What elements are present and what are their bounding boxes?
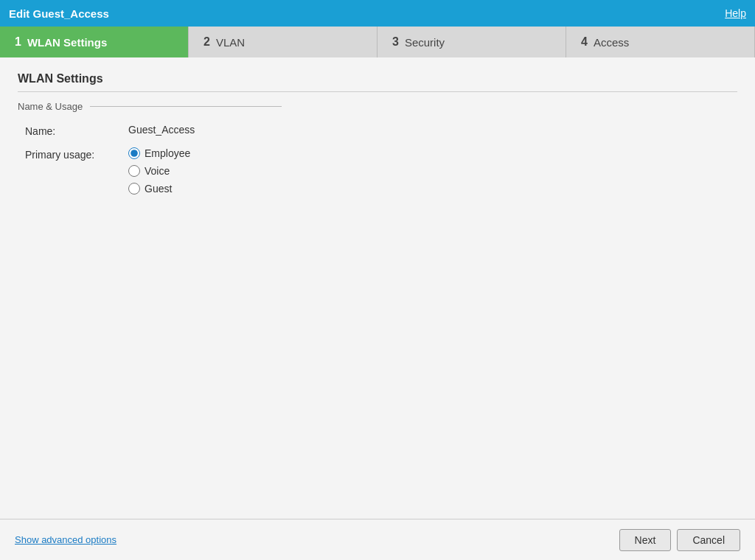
primary-usage-row: Primary usage: Employee Voice Guest [18,147,737,195]
cancel-button[interactable]: Cancel [677,529,740,551]
dialog-title: Edit Guest_Access [9,7,109,20]
group-label-text: Name & Usage [18,101,83,112]
step-3-num: 3 [392,35,399,49]
tab-security[interactable]: 3 Security [378,27,566,57]
footer: Show advanced options Next Cancel [0,519,755,560]
tab-vlan[interactable]: 2 VLAN [189,27,378,57]
step-2-num: 2 [203,35,210,49]
name-value: Guest_Access [128,124,195,136]
primary-usage-label: Primary usage: [25,147,128,161]
main-content: WLAN Settings Name & Usage Name: Guest_A… [0,57,755,519]
help-link[interactable]: Help [725,7,746,19]
step-tabs: 1 WLAN Settings 2 VLAN 3 Security 4 Acce… [0,27,755,57]
group-label-name-usage: Name & Usage [18,101,737,112]
radio-item-guest[interactable]: Guest [128,183,190,195]
name-row: Name: Guest_Access [18,124,737,137]
radio-item-voice[interactable]: Voice [128,165,190,177]
radio-voice[interactable] [128,165,140,177]
radio-voice-label: Voice [145,165,170,177]
step-2-label: VLAN [216,36,245,49]
radio-guest-label: Guest [145,183,172,195]
step-1-label: WLAN Settings [27,36,107,49]
radio-guest[interactable] [128,183,140,195]
radio-item-employee[interactable]: Employee [128,147,190,159]
radio-employee[interactable] [128,147,140,159]
title-bar: Edit Guest_Access Help [0,0,755,27]
group-label-line [90,106,282,107]
tab-access[interactable]: 4 Access [566,27,755,57]
step-4-label: Access [594,36,629,49]
footer-buttons: Next Cancel [619,529,740,551]
usage-radio-group: Employee Voice Guest [128,147,190,195]
name-label: Name: [25,124,128,137]
next-button[interactable]: Next [619,529,672,551]
section-title: WLAN Settings [18,72,737,92]
step-1-num: 1 [15,35,21,49]
tab-wlan-settings[interactable]: 1 WLAN Settings [0,27,189,57]
step-3-label: Security [405,36,445,49]
step-4-num: 4 [581,35,588,49]
radio-employee-label: Employee [145,147,190,159]
show-advanced-options-button[interactable]: Show advanced options [15,534,116,545]
